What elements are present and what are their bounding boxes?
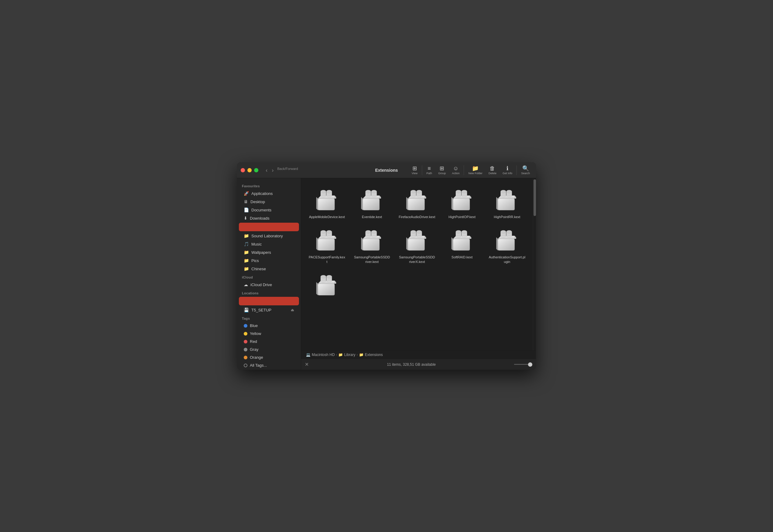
sidebar-item-music[interactable]: 🎵 Music bbox=[239, 240, 299, 248]
toolbar-separator bbox=[422, 165, 422, 175]
sidebar-item-downloads[interactable]: ⬇ Downloads bbox=[239, 214, 299, 222]
scrollbar-thumb[interactable] bbox=[534, 179, 536, 216]
action-button[interactable]: ☺ Action bbox=[449, 164, 462, 176]
close-button[interactable] bbox=[241, 168, 245, 172]
search-button[interactable]: 🔍 Search bbox=[519, 164, 532, 176]
delete-button[interactable]: 🗑 Delete bbox=[486, 164, 499, 176]
delete-icon: 🗑 bbox=[490, 166, 495, 171]
sidebar-item-label: Downloads bbox=[250, 216, 269, 221]
kext-icon-softraid bbox=[450, 228, 474, 253]
svg-marker-3 bbox=[335, 196, 336, 199]
svg-rect-100 bbox=[318, 284, 335, 295]
new-folder-button[interactable]: 📁 New Folder bbox=[466, 164, 485, 176]
breadcrumb-macintosh-hd[interactable]: 💻 Macintosh HD bbox=[306, 353, 335, 357]
sidebar-item-pics[interactable]: 📁 Pics bbox=[239, 257, 299, 264]
file-item-authenticationsupport[interactable]: AuthenticationSupport.plugin bbox=[486, 225, 528, 266]
sidebar-item-desktop[interactable]: 🖥 Desktop bbox=[239, 198, 299, 206]
toolbar-separator-2 bbox=[464, 165, 464, 175]
svg-rect-90 bbox=[498, 239, 515, 250]
sidebar-item-yellow[interactable]: Yellow bbox=[239, 330, 299, 337]
statusbar-close[interactable]: ✕ bbox=[305, 362, 309, 367]
svg-point-69 bbox=[371, 230, 377, 233]
svg-marker-51 bbox=[316, 237, 318, 250]
icloud-icon: ☁ bbox=[244, 282, 248, 287]
svg-point-78 bbox=[411, 230, 416, 233]
custom-red-item-2[interactable] bbox=[239, 297, 299, 305]
path-button[interactable]: ≡ Path bbox=[424, 164, 435, 176]
file-name-softraid: SoftRAID.kext bbox=[451, 255, 473, 259]
t5-setup-icon: 💾 bbox=[244, 307, 249, 312]
back-button[interactable]: ‹ bbox=[264, 167, 269, 174]
svg-marker-42 bbox=[498, 196, 515, 199]
vertical-scrollbar[interactable] bbox=[533, 178, 536, 350]
slider-thumb[interactable] bbox=[528, 362, 532, 367]
file-name-highpointiop: HighPointIOP.kext bbox=[448, 215, 475, 219]
tags-label: Tags bbox=[237, 314, 301, 322]
svg-point-109 bbox=[326, 275, 332, 278]
new-folder-label: New Folder bbox=[468, 172, 482, 175]
delete-label: Delete bbox=[488, 172, 496, 175]
svg-point-28 bbox=[411, 190, 416, 193]
svg-marker-12 bbox=[363, 196, 379, 199]
file-item-highpointiop[interactable]: HighPointIOP.kext bbox=[441, 184, 483, 221]
view-button[interactable]: ⊞ View bbox=[409, 164, 420, 176]
eject-icon[interactable]: ⏏ bbox=[291, 308, 294, 312]
file-name-authenticationsupport: AuthenticationSupport.plugin bbox=[488, 255, 526, 264]
file-item-applemobiledevice[interactable]: AppleMobileDevice.kext bbox=[306, 184, 348, 221]
kext-icon-highpointrr bbox=[495, 188, 519, 212]
desktop-icon: 🖥 bbox=[244, 199, 248, 204]
svg-point-59 bbox=[326, 230, 332, 233]
svg-marker-61 bbox=[361, 237, 363, 250]
sidebar-item-gray[interactable]: Gray bbox=[239, 346, 299, 353]
get-info-button[interactable]: ℹ Get Info bbox=[500, 164, 515, 176]
file-item-samsungportablessddriverx[interactable]: SamsungPortableSSDDriverX.kext bbox=[396, 225, 438, 266]
svg-marker-41 bbox=[496, 197, 498, 210]
custom-red-item-1[interactable] bbox=[239, 223, 299, 231]
svg-marker-43 bbox=[515, 196, 516, 199]
sidebar-item-applications[interactable]: 🚀 Applications bbox=[239, 189, 299, 197]
sidebar-item-red[interactable]: Red bbox=[239, 338, 299, 345]
file-item-samsungportablessddriver[interactable]: SamsungPortableSSDDriver.kext bbox=[351, 225, 393, 266]
file-name-samsungportablessddriver: SamsungPortableSSDDriver.kext bbox=[354, 255, 391, 264]
group-button[interactable]: ⊞ Group bbox=[436, 164, 448, 176]
svg-marker-13 bbox=[379, 196, 381, 199]
sidebar-item-t5-setup[interactable]: 💾 T5_SETUP ⏏ bbox=[239, 306, 299, 314]
file-item-highpointrr[interactable]: HighPointRR.kext bbox=[486, 184, 528, 221]
sidebar-item-label: Chinese bbox=[251, 267, 266, 271]
svg-marker-93 bbox=[515, 236, 516, 239]
file-item-unknown11[interactable] bbox=[306, 269, 348, 300]
file-item-firefaceaudiodriver[interactable]: FirefaceAudioDriver.kext bbox=[396, 184, 438, 221]
svg-rect-10 bbox=[363, 199, 379, 210]
path-icon: ≡ bbox=[428, 166, 431, 171]
file-item-softraid[interactable]: SoftRAID.kext bbox=[441, 225, 483, 266]
svg-marker-82 bbox=[453, 236, 470, 239]
statusbar: ✕ 11 items, 328,51 GB available bbox=[301, 359, 536, 370]
sidebar-item-documents[interactable]: 📄 Documents bbox=[239, 206, 299, 214]
minimize-button[interactable] bbox=[247, 168, 252, 172]
sidebar-item-label: Documents bbox=[251, 208, 271, 212]
locations-label: Locations bbox=[237, 289, 301, 296]
file-item-pacesupportfamily[interactable]: PACESupportFamily.kext bbox=[306, 225, 348, 266]
breadcrumb-extensions[interactable]: 📁 Extensions bbox=[359, 353, 383, 357]
kext-icon-highpointiop bbox=[450, 188, 474, 212]
sidebar-item-chinese[interactable]: 📁 Chinese bbox=[239, 265, 299, 273]
file-name-applemobiledevice: AppleMobileDevice.kext bbox=[309, 215, 345, 219]
sidebar-item-label: Applications bbox=[251, 191, 273, 196]
sidebar-item-label: Sound Laboratory bbox=[251, 234, 283, 238]
zoom-slider[interactable] bbox=[514, 364, 532, 365]
forward-button[interactable]: › bbox=[270, 167, 275, 174]
kext-icon-samsungportablessddriverx bbox=[405, 228, 429, 253]
svg-point-98 bbox=[501, 230, 506, 233]
fullscreen-button[interactable] bbox=[254, 168, 258, 172]
breadcrumb-library[interactable]: 📁 Library bbox=[338, 353, 355, 357]
sidebar-item-all-tags[interactable]: All Tags... bbox=[239, 361, 299, 369]
sidebar-item-wallpapers[interactable]: 📁 Wallpapers bbox=[239, 248, 299, 256]
file-item-eventide[interactable]: Eventide.kext bbox=[351, 184, 393, 221]
svg-marker-52 bbox=[318, 236, 335, 239]
sidebar-item-blue[interactable]: Blue bbox=[239, 322, 299, 329]
svg-marker-33 bbox=[470, 196, 471, 199]
sidebar-item-sound-laboratory[interactable]: 📁 Sound Laboratory bbox=[239, 232, 299, 240]
svg-marker-21 bbox=[406, 197, 408, 210]
sidebar-item-orange[interactable]: Orange bbox=[239, 354, 299, 361]
sidebar-item-icloud-drive[interactable]: ☁ iCloud Drive bbox=[239, 281, 299, 289]
